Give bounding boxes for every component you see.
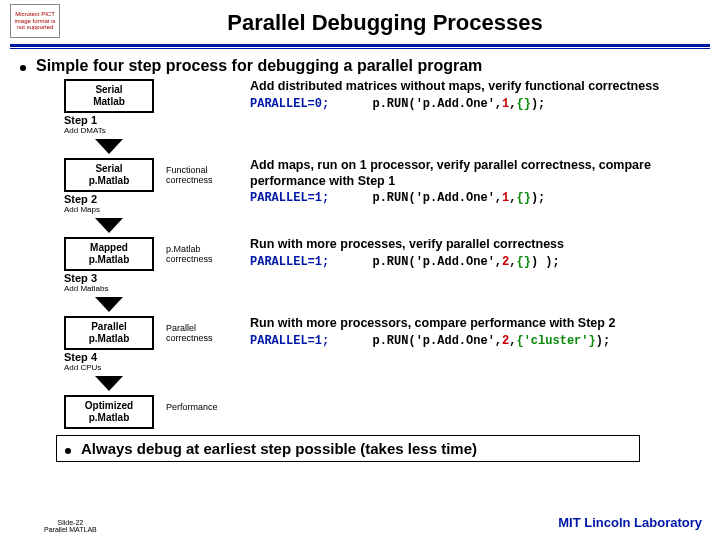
step-label: Step 4 — [64, 351, 154, 363]
step-label: Step 1 — [64, 114, 154, 126]
step-box: Serial p.Matlab — [64, 158, 154, 192]
bullet-text: Simple four step process for debugging a… — [36, 57, 482, 75]
bullet-icon — [20, 65, 26, 71]
closing-box: Always debug at earliest step possible (… — [56, 435, 640, 462]
slide-title: Parallel Debugging Processes — [60, 4, 710, 36]
arrow-down-icon — [95, 218, 123, 233]
step-sublabel: Add Maps — [64, 205, 154, 214]
step-row: Parallel p.Matlab Step 4 Add CPUs Parall… — [64, 316, 700, 391]
step-code: PARALLEL=1; p.RUN('p.Add.One',1,{}); — [250, 191, 700, 205]
arrow-down-icon — [95, 297, 123, 312]
step-annotation: p.Matlab correctness — [166, 237, 238, 265]
step-desc: Run with more processors, compare perfor… — [250, 316, 700, 332]
step-box: Mapped p.Matlab — [64, 237, 154, 271]
step-label: Step 2 — [64, 193, 154, 205]
step-desc: Add distributed matrices without maps, v… — [250, 79, 700, 95]
bullet-main: Simple four step process for debugging a… — [20, 57, 700, 75]
divider — [10, 44, 710, 49]
step-row: Serial p.Matlab Step 2 Add Maps Function… — [64, 158, 700, 233]
slide-header: Microtext PICT image format is not suppo… — [0, 0, 720, 38]
step-row: Serial Matlab Step 1 Add DMATs Add distr… — [64, 79, 700, 154]
step-desc: Run with more processes, verify parallel… — [250, 237, 700, 253]
step-sublabel: Add Matlabs — [64, 284, 154, 293]
step-box: Optimized p.Matlab — [64, 395, 154, 429]
step-code: PARALLEL=1; p.RUN('p.Add.One',2,{}) ); — [250, 255, 700, 269]
footer-left: Slide-22 Parallel MATLAB — [44, 519, 97, 534]
closing-text: Always debug at earliest step possible (… — [81, 440, 477, 457]
step-row: Mapped p.Matlab Step 3 Add Matlabs p.Mat… — [64, 237, 700, 312]
step-code: PARALLEL=1; p.RUN('p.Add.One',2,{'cluste… — [250, 334, 700, 348]
step-annotation: Functional correctness — [166, 158, 238, 186]
step-label: Step 3 — [64, 272, 154, 284]
step-sublabel: Add DMATs — [64, 126, 154, 135]
step-desc: Add maps, run on 1 processor, verify par… — [250, 158, 700, 189]
step-annotation — [166, 79, 238, 87]
step-annotation: Parallel correctness — [166, 316, 238, 344]
step-annotation: Performance — [166, 395, 238, 413]
step-box: Serial Matlab — [64, 79, 154, 113]
step-code: PARALLEL=0; p.RUN('p.Add.One',1,{}); — [250, 97, 700, 111]
steps-area: Serial Matlab Step 1 Add DMATs Add distr… — [64, 79, 700, 429]
arrow-down-icon — [95, 139, 123, 154]
pict-placeholder: Microtext PICT image format is not suppo… — [10, 4, 60, 38]
step-box: Parallel p.Matlab — [64, 316, 154, 350]
step-row: Optimized p.Matlab Performance — [64, 395, 700, 429]
footer-right: MIT Lincoln Laboratory — [558, 515, 702, 530]
step-sublabel: Add CPUs — [64, 363, 154, 372]
bullet-icon — [65, 448, 71, 454]
arrow-down-icon — [95, 376, 123, 391]
slide-content: Simple four step process for debugging a… — [0, 53, 720, 462]
